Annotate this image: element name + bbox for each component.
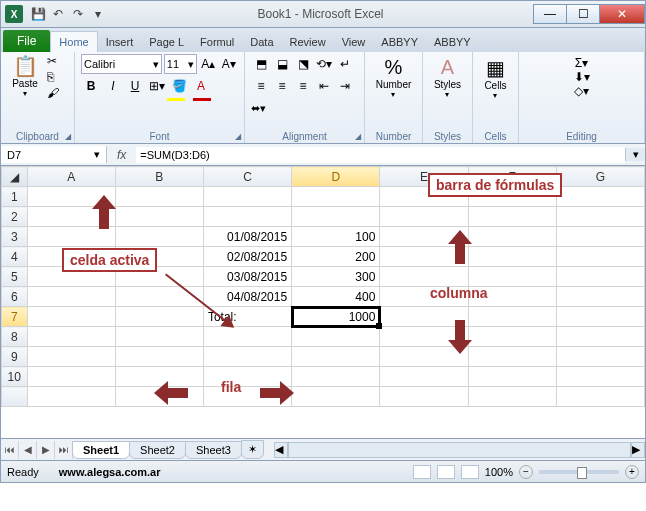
- font-size-select[interactable]: 11▾: [164, 54, 197, 74]
- view-page-break-icon[interactable]: [461, 465, 479, 479]
- col-header-D[interactable]: D: [292, 167, 380, 187]
- styles-button[interactable]: A Styles ▾: [434, 56, 461, 99]
- align-left-icon[interactable]: ≡: [251, 76, 271, 96]
- format-painter-icon[interactable]: 🖌: [47, 86, 59, 100]
- tab-data[interactable]: Data: [242, 32, 281, 52]
- col-header-B[interactable]: B: [115, 167, 203, 187]
- align-center-icon[interactable]: ≡: [272, 76, 292, 96]
- bold-button[interactable]: B: [81, 76, 101, 96]
- grow-font-icon[interactable]: A▴: [199, 54, 217, 74]
- new-sheet-button[interactable]: ✶: [241, 440, 264, 459]
- align-top-icon[interactable]: ⬒: [251, 54, 271, 74]
- row-header-10[interactable]: 10: [2, 367, 28, 387]
- paste-button[interactable]: 📋 Paste ▾: [7, 54, 43, 100]
- cell-D3[interactable]: 100: [292, 227, 380, 247]
- row-header-5[interactable]: 5: [2, 267, 28, 287]
- cell-C7[interactable]: Total:: [203, 307, 291, 327]
- sheet-nav-first-icon[interactable]: ⏮: [1, 441, 19, 459]
- col-header-G[interactable]: G: [556, 167, 644, 187]
- row-header-6[interactable]: 6: [2, 287, 28, 307]
- cell-D6[interactable]: 400: [292, 287, 380, 307]
- align-bottom-icon[interactable]: ⬔: [293, 54, 313, 74]
- align-right-icon[interactable]: ≡: [293, 76, 313, 96]
- cell-C5[interactable]: 03/08/2015: [203, 267, 291, 287]
- tab-formulas[interactable]: Formul: [192, 32, 242, 52]
- align-middle-icon[interactable]: ⬓: [272, 54, 292, 74]
- col-header-C[interactable]: C: [203, 167, 291, 187]
- sheet-nav-last-icon[interactable]: ⏭: [55, 441, 73, 459]
- sheet-tab-1[interactable]: Sheet1: [72, 441, 130, 459]
- formula-input[interactable]: =SUM(D3:D6): [136, 147, 625, 163]
- sheet-nav-prev-icon[interactable]: ◀: [19, 441, 37, 459]
- tab-view[interactable]: View: [334, 32, 374, 52]
- clipboard-dialog-launcher[interactable]: ◢: [65, 132, 71, 141]
- expand-formula-bar-icon[interactable]: ▾: [625, 148, 645, 161]
- sheet-nav-next-icon[interactable]: ▶: [37, 441, 55, 459]
- font-dialog-launcher[interactable]: ◢: [235, 132, 241, 141]
- shrink-font-icon[interactable]: A▾: [220, 54, 238, 74]
- cut-icon[interactable]: ✂: [47, 54, 59, 68]
- merge-cells-icon[interactable]: ⬌▾: [251, 98, 266, 118]
- tab-home[interactable]: Home: [50, 31, 97, 52]
- row-header-8[interactable]: 8: [2, 327, 28, 347]
- col-header-A[interactable]: A: [27, 167, 115, 187]
- qat-dropdown-icon[interactable]: ▾: [89, 5, 107, 23]
- view-normal-icon[interactable]: [413, 465, 431, 479]
- tab-abbyy-2[interactable]: ABBYY: [426, 32, 479, 52]
- alignment-dialog-launcher[interactable]: ◢: [355, 132, 361, 141]
- orientation-icon[interactable]: ⟲▾: [314, 54, 334, 74]
- cells-button[interactable]: ▦ Cells ▾: [484, 56, 506, 100]
- cell-D7-active[interactable]: 1000: [292, 307, 380, 327]
- underline-button[interactable]: U: [125, 76, 145, 96]
- cell-C6[interactable]: 04/08/2015: [203, 287, 291, 307]
- wrap-text-icon[interactable]: ↵: [335, 54, 355, 74]
- cell-C3[interactable]: 01/08/2015: [203, 227, 291, 247]
- cell-D5[interactable]: 300: [292, 267, 380, 287]
- number-format-button[interactable]: % Number ▾: [376, 56, 412, 99]
- ribbon-tabs: File Home Insert Page L Formul Data Revi…: [0, 28, 646, 52]
- insert-function-button[interactable]: fx: [107, 148, 136, 162]
- border-button[interactable]: ⊞▾: [147, 76, 167, 96]
- row-header-7[interactable]: 7: [2, 307, 28, 327]
- name-box-dropdown-icon[interactable]: ▾: [94, 148, 100, 161]
- minimize-button[interactable]: —: [533, 4, 567, 24]
- row-header-3[interactable]: 3: [2, 227, 28, 247]
- horizontal-scrollbar[interactable]: ◀ ▶: [274, 442, 645, 458]
- tab-page-layout[interactable]: Page L: [141, 32, 192, 52]
- tab-review[interactable]: Review: [282, 32, 334, 52]
- view-page-layout-icon[interactable]: [437, 465, 455, 479]
- save-icon[interactable]: 💾: [29, 5, 47, 23]
- autosum-icon[interactable]: Σ▾: [575, 56, 588, 70]
- zoom-in-button[interactable]: +: [625, 465, 639, 479]
- italic-button[interactable]: I: [103, 76, 123, 96]
- tab-file[interactable]: File: [3, 30, 50, 52]
- formula-bar: D7 ▾ fx =SUM(D3:D6) ▾: [0, 144, 646, 166]
- font-color-button[interactable]: A: [191, 76, 211, 96]
- close-button[interactable]: ✕: [599, 4, 645, 24]
- decrease-indent-icon[interactable]: ⇤: [314, 76, 334, 96]
- increase-indent-icon[interactable]: ⇥: [335, 76, 355, 96]
- fill-icon[interactable]: ⬇▾: [574, 70, 590, 84]
- row-header-1[interactable]: 1: [2, 187, 28, 207]
- undo-icon[interactable]: ↶: [49, 5, 67, 23]
- row-header-9[interactable]: 9: [2, 347, 28, 367]
- cell-D4[interactable]: 200: [292, 247, 380, 267]
- tab-abbyy-1[interactable]: ABBYY: [373, 32, 426, 52]
- fill-color-button[interactable]: 🪣: [169, 76, 189, 96]
- cell-C4[interactable]: 02/08/2015: [203, 247, 291, 267]
- zoom-slider[interactable]: [539, 470, 619, 474]
- sheet-tab-3[interactable]: Sheet3: [185, 441, 242, 459]
- select-all-corner[interactable]: ◢: [2, 167, 28, 187]
- row-header-blank[interactable]: [2, 387, 28, 407]
- sheet-tab-2[interactable]: Sheet2: [129, 441, 186, 459]
- font-name-select[interactable]: Calibri▾: [81, 54, 162, 74]
- tab-insert[interactable]: Insert: [98, 32, 142, 52]
- maximize-button[interactable]: ☐: [566, 4, 600, 24]
- redo-icon[interactable]: ↷: [69, 5, 87, 23]
- row-header-2[interactable]: 2: [2, 207, 28, 227]
- clear-icon[interactable]: ◇▾: [574, 84, 589, 98]
- copy-icon[interactable]: ⎘: [47, 70, 59, 84]
- row-header-4[interactable]: 4: [2, 247, 28, 267]
- name-box[interactable]: D7 ▾: [1, 146, 107, 163]
- zoom-out-button[interactable]: −: [519, 465, 533, 479]
